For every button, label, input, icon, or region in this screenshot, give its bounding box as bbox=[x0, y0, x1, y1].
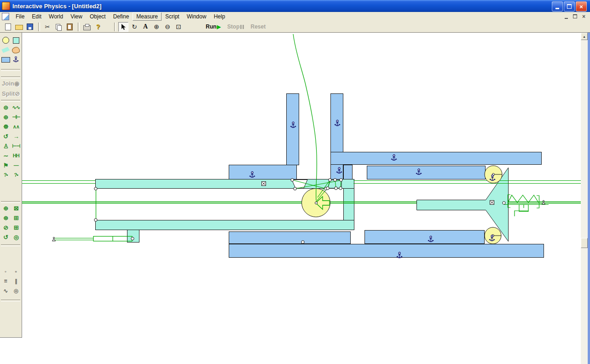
right-column-body[interactable] bbox=[331, 94, 343, 179]
scrollbar-thumb[interactable] bbox=[581, 238, 588, 248]
circle-body-tool[interactable] bbox=[1, 35, 11, 45]
curved-slot-tool[interactable]: ∿ bbox=[1, 286, 11, 295]
curved-slot-joint-tool[interactable]: ↺ bbox=[1, 232, 11, 242]
bottom-long-beam-body[interactable] bbox=[229, 244, 544, 258]
rigid-joint-icon[interactable] bbox=[262, 182, 266, 186]
actuator-tool[interactable]: ♙ bbox=[1, 141, 11, 151]
toolbar-separator bbox=[38, 23, 40, 31]
save-button[interactable] bbox=[25, 22, 35, 32]
help-icon: ? bbox=[96, 23, 100, 30]
square-body-tool[interactable] bbox=[11, 35, 21, 45]
menu-window[interactable]: Window bbox=[183, 12, 210, 21]
rotate-tool-button[interactable]: ↻ bbox=[129, 22, 139, 32]
titlebar: Interactive Physics - [Untitled2] × bbox=[0, 0, 590, 12]
pointer-icon bbox=[121, 23, 126, 30]
right-spring-damper[interactable] bbox=[504, 195, 549, 216]
damper-point-tool[interactable]: ⊕ bbox=[1, 112, 11, 122]
restore-button[interactable] bbox=[564, 1, 575, 12]
pulley-tool[interactable]: ⚑ bbox=[1, 161, 11, 170]
zoom-box-button[interactable]: ⊡ bbox=[174, 22, 184, 32]
v-slot-pin-tool[interactable]: ⊘ bbox=[1, 223, 11, 232]
force-tool[interactable]: → bbox=[11, 132, 21, 141]
upper-long-beam-body[interactable] bbox=[331, 152, 542, 165]
carriage-top-bar[interactable] bbox=[96, 179, 354, 189]
select-tool-button[interactable] bbox=[118, 22, 128, 32]
menu-script[interactable]: Script bbox=[162, 12, 183, 21]
left-actuator[interactable] bbox=[55, 237, 132, 242]
spring-tool[interactable]: ∿∿ bbox=[11, 103, 21, 112]
new-button[interactable] bbox=[3, 22, 13, 32]
rod-tool[interactable]: ⊢⊣ bbox=[11, 141, 21, 151]
anchor-tool[interactable] bbox=[11, 55, 21, 64]
physics-model[interactable] bbox=[22, 33, 581, 364]
vertical-scrollbar[interactable]: ▲ bbox=[581, 33, 588, 364]
column-foot-body[interactable] bbox=[344, 165, 353, 179]
play-icon: ▶ bbox=[217, 24, 220, 30]
rigid-joint-tool[interactable]: ⊠ bbox=[11, 203, 21, 213]
left-column-body[interactable] bbox=[287, 94, 299, 165]
menu-edit[interactable]: Edit bbox=[28, 12, 45, 21]
ring-slot-tool[interactable]: ◎ bbox=[11, 286, 21, 295]
upper-left-beam-body[interactable] bbox=[229, 165, 297, 179]
copy-button[interactable] bbox=[53, 22, 64, 32]
child-restore-button[interactable] bbox=[571, 13, 579, 20]
separator-tool[interactable]: HH bbox=[11, 151, 21, 161]
h-slot-pin-tool[interactable]: ⊛ bbox=[1, 213, 11, 223]
child-close-icon: × bbox=[582, 13, 585, 20]
child-minimize-button[interactable] bbox=[562, 13, 570, 20]
rectangle-body-tool[interactable] bbox=[1, 55, 11, 64]
motor-tool[interactable]: ☸ bbox=[1, 122, 11, 132]
rigid-joint-icon[interactable] bbox=[490, 201, 494, 205]
printer-icon bbox=[83, 25, 91, 30]
menu-define[interactable]: Define bbox=[110, 12, 133, 21]
text-tool-button[interactable]: A bbox=[140, 22, 150, 32]
minimize-button[interactable] bbox=[552, 1, 563, 12]
print-button[interactable] bbox=[82, 22, 92, 32]
wheel-center-pin[interactable] bbox=[315, 202, 317, 204]
menu-help[interactable]: Help bbox=[210, 12, 229, 21]
v-slot-key-tool[interactable]: ⊞ bbox=[11, 223, 21, 232]
menu-view[interactable]: View bbox=[67, 12, 86, 21]
spring-damper-tool[interactable]: ∧∧ bbox=[11, 122, 21, 132]
scroll-up-button[interactable]: ▲ bbox=[581, 33, 588, 40]
h-slot-tool[interactable]: = bbox=[1, 276, 11, 286]
copy-icon bbox=[56, 24, 62, 30]
slot-bar-tool[interactable]: — bbox=[11, 161, 21, 170]
point-element-tool[interactable]: ◦ bbox=[1, 266, 11, 276]
menu-measure[interactable]: Measure bbox=[133, 12, 162, 21]
measure-tool-a[interactable]: ?▪ bbox=[1, 170, 11, 180]
pause-icon bbox=[240, 25, 244, 29]
menu-file[interactable]: File bbox=[12, 12, 28, 21]
close-button[interactable]: × bbox=[576, 1, 587, 12]
curved-body-tool[interactable] bbox=[11, 45, 21, 55]
pin-joint-tool[interactable]: ⊕ bbox=[1, 203, 11, 213]
help-button[interactable]: ? bbox=[93, 22, 103, 32]
ring-slot-joint-tool[interactable]: ◎ bbox=[11, 232, 21, 242]
measure-tool-b[interactable]: ?▪ bbox=[11, 170, 21, 180]
carriage-bottom-bar[interactable] bbox=[96, 220, 354, 230]
toolbar: ✂ ? ↻ A ⊕ ⊖ ⊡ Run ▶ Stop Reset bbox=[0, 21, 590, 33]
menu-world[interactable]: World bbox=[45, 12, 67, 21]
open-button[interactable] bbox=[14, 22, 24, 32]
app-icon bbox=[2, 2, 10, 10]
run-button[interactable]: Run ▶ bbox=[206, 23, 221, 30]
paste-button[interactable] bbox=[64, 22, 75, 32]
spring-point-tool[interactable]: ⊚ bbox=[1, 103, 11, 112]
cut-button[interactable]: ✂ bbox=[42, 22, 52, 32]
child-close-button[interactable]: × bbox=[580, 13, 588, 20]
damper-tool[interactable]: ⊣⊢ bbox=[11, 112, 21, 122]
lower-middle-beam-body[interactable] bbox=[365, 231, 485, 244]
square-point-tool[interactable]: ▫ bbox=[11, 266, 21, 276]
zoom-in-button[interactable]: ⊕ bbox=[151, 22, 162, 32]
document-icon[interactable] bbox=[2, 13, 9, 20]
h-slot-key-tool[interactable]: ⊞ bbox=[11, 213, 21, 223]
workspace-canvas[interactable] bbox=[22, 33, 581, 364]
rope-tool[interactable]: ∼ bbox=[1, 151, 11, 161]
menu-object[interactable]: Object bbox=[86, 12, 110, 21]
upper-middle-beam-body[interactable] bbox=[367, 166, 486, 179]
v-slot-tool[interactable]: ∥ bbox=[11, 276, 21, 286]
torque-tool[interactable]: ↺ bbox=[1, 132, 11, 141]
zoom-out-button[interactable]: ⊖ bbox=[162, 22, 173, 32]
lower-left-beam-body[interactable] bbox=[229, 232, 351, 244]
polygon-body-tool[interactable] bbox=[1, 45, 11, 55]
